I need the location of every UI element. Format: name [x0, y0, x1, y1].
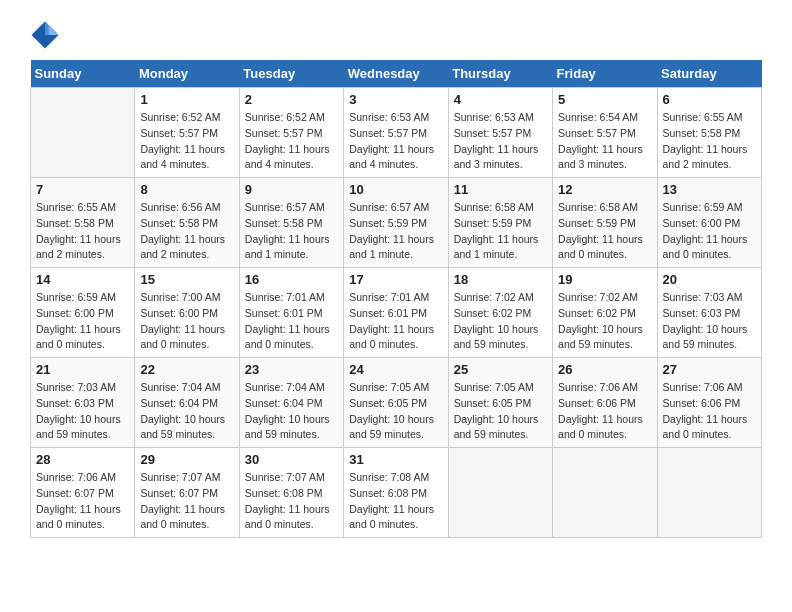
calendar-cell: 11Sunrise: 6:58 AM Sunset: 5:59 PM Dayli…: [448, 178, 552, 268]
day-number: 2: [245, 92, 338, 107]
calendar-day-header: Tuesday: [239, 60, 343, 88]
day-number: 15: [140, 272, 233, 287]
calendar-cell: 16Sunrise: 7:01 AM Sunset: 6:01 PM Dayli…: [239, 268, 343, 358]
day-info: Sunrise: 7:04 AM Sunset: 6:04 PM Dayligh…: [140, 380, 233, 443]
day-info: Sunrise: 6:58 AM Sunset: 5:59 PM Dayligh…: [558, 200, 651, 263]
day-number: 29: [140, 452, 233, 467]
calendar-cell: 17Sunrise: 7:01 AM Sunset: 6:01 PM Dayli…: [344, 268, 448, 358]
day-info: Sunrise: 6:59 AM Sunset: 6:00 PM Dayligh…: [36, 290, 129, 353]
calendar-cell: [448, 448, 552, 538]
day-number: 7: [36, 182, 129, 197]
day-info: Sunrise: 7:02 AM Sunset: 6:02 PM Dayligh…: [454, 290, 547, 353]
calendar-day-header: Friday: [553, 60, 657, 88]
day-info: Sunrise: 7:00 AM Sunset: 6:00 PM Dayligh…: [140, 290, 233, 353]
calendar-cell: 30Sunrise: 7:07 AM Sunset: 6:08 PM Dayli…: [239, 448, 343, 538]
day-info: Sunrise: 6:53 AM Sunset: 5:57 PM Dayligh…: [454, 110, 547, 173]
day-number: 27: [663, 362, 756, 377]
day-info: Sunrise: 7:01 AM Sunset: 6:01 PM Dayligh…: [349, 290, 442, 353]
day-number: 13: [663, 182, 756, 197]
calendar-cell: 13Sunrise: 6:59 AM Sunset: 6:00 PM Dayli…: [657, 178, 761, 268]
day-number: 30: [245, 452, 338, 467]
day-info: Sunrise: 7:05 AM Sunset: 6:05 PM Dayligh…: [349, 380, 442, 443]
page-header: [30, 20, 762, 50]
calendar-cell: 2Sunrise: 6:52 AM Sunset: 5:57 PM Daylig…: [239, 88, 343, 178]
calendar-cell: 29Sunrise: 7:07 AM Sunset: 6:07 PM Dayli…: [135, 448, 239, 538]
day-info: Sunrise: 6:52 AM Sunset: 5:57 PM Dayligh…: [140, 110, 233, 173]
calendar-cell: 31Sunrise: 7:08 AM Sunset: 6:08 PM Dayli…: [344, 448, 448, 538]
calendar-week-row: 1Sunrise: 6:52 AM Sunset: 5:57 PM Daylig…: [31, 88, 762, 178]
day-number: 1: [140, 92, 233, 107]
calendar-day-header: Monday: [135, 60, 239, 88]
calendar-cell: 9Sunrise: 6:57 AM Sunset: 5:58 PM Daylig…: [239, 178, 343, 268]
day-info: Sunrise: 7:03 AM Sunset: 6:03 PM Dayligh…: [663, 290, 756, 353]
day-info: Sunrise: 6:54 AM Sunset: 5:57 PM Dayligh…: [558, 110, 651, 173]
calendar-cell: 1Sunrise: 6:52 AM Sunset: 5:57 PM Daylig…: [135, 88, 239, 178]
day-number: 10: [349, 182, 442, 197]
day-info: Sunrise: 6:58 AM Sunset: 5:59 PM Dayligh…: [454, 200, 547, 263]
day-number: 23: [245, 362, 338, 377]
calendar-table: SundayMondayTuesdayWednesdayThursdayFrid…: [30, 60, 762, 538]
calendar-week-row: 14Sunrise: 6:59 AM Sunset: 6:00 PM Dayli…: [31, 268, 762, 358]
calendar-day-header: Sunday: [31, 60, 135, 88]
day-number: 25: [454, 362, 547, 377]
calendar-week-row: 28Sunrise: 7:06 AM Sunset: 6:07 PM Dayli…: [31, 448, 762, 538]
day-info: Sunrise: 6:55 AM Sunset: 5:58 PM Dayligh…: [36, 200, 129, 263]
day-number: 22: [140, 362, 233, 377]
day-number: 31: [349, 452, 442, 467]
calendar-cell: 8Sunrise: 6:56 AM Sunset: 5:58 PM Daylig…: [135, 178, 239, 268]
calendar-cell: 10Sunrise: 6:57 AM Sunset: 5:59 PM Dayli…: [344, 178, 448, 268]
calendar-week-row: 21Sunrise: 7:03 AM Sunset: 6:03 PM Dayli…: [31, 358, 762, 448]
day-number: 3: [349, 92, 442, 107]
day-info: Sunrise: 7:06 AM Sunset: 6:06 PM Dayligh…: [663, 380, 756, 443]
calendar-week-row: 7Sunrise: 6:55 AM Sunset: 5:58 PM Daylig…: [31, 178, 762, 268]
day-number: 6: [663, 92, 756, 107]
calendar-cell: 19Sunrise: 7:02 AM Sunset: 6:02 PM Dayli…: [553, 268, 657, 358]
day-number: 8: [140, 182, 233, 197]
calendar-cell: 28Sunrise: 7:06 AM Sunset: 6:07 PM Dayli…: [31, 448, 135, 538]
calendar-header-row: SundayMondayTuesdayWednesdayThursdayFrid…: [31, 60, 762, 88]
day-number: 11: [454, 182, 547, 197]
day-number: 24: [349, 362, 442, 377]
calendar-cell: [553, 448, 657, 538]
day-info: Sunrise: 7:08 AM Sunset: 6:08 PM Dayligh…: [349, 470, 442, 533]
calendar-day-header: Thursday: [448, 60, 552, 88]
day-number: 9: [245, 182, 338, 197]
day-number: 28: [36, 452, 129, 467]
calendar-cell: 23Sunrise: 7:04 AM Sunset: 6:04 PM Dayli…: [239, 358, 343, 448]
calendar-cell: 5Sunrise: 6:54 AM Sunset: 5:57 PM Daylig…: [553, 88, 657, 178]
day-number: 16: [245, 272, 338, 287]
calendar-cell: 7Sunrise: 6:55 AM Sunset: 5:58 PM Daylig…: [31, 178, 135, 268]
day-info: Sunrise: 6:57 AM Sunset: 5:58 PM Dayligh…: [245, 200, 338, 263]
calendar-cell: 21Sunrise: 7:03 AM Sunset: 6:03 PM Dayli…: [31, 358, 135, 448]
day-info: Sunrise: 6:53 AM Sunset: 5:57 PM Dayligh…: [349, 110, 442, 173]
calendar-cell: 22Sunrise: 7:04 AM Sunset: 6:04 PM Dayli…: [135, 358, 239, 448]
calendar-cell: 26Sunrise: 7:06 AM Sunset: 6:06 PM Dayli…: [553, 358, 657, 448]
day-number: 17: [349, 272, 442, 287]
logo-icon: [30, 20, 60, 50]
day-number: 21: [36, 362, 129, 377]
day-info: Sunrise: 7:02 AM Sunset: 6:02 PM Dayligh…: [558, 290, 651, 353]
day-number: 19: [558, 272, 651, 287]
logo: [30, 20, 64, 50]
day-number: 14: [36, 272, 129, 287]
calendar-cell: 27Sunrise: 7:06 AM Sunset: 6:06 PM Dayli…: [657, 358, 761, 448]
day-info: Sunrise: 7:06 AM Sunset: 6:07 PM Dayligh…: [36, 470, 129, 533]
day-number: 18: [454, 272, 547, 287]
calendar-cell: 20Sunrise: 7:03 AM Sunset: 6:03 PM Dayli…: [657, 268, 761, 358]
day-info: Sunrise: 7:01 AM Sunset: 6:01 PM Dayligh…: [245, 290, 338, 353]
day-info: Sunrise: 7:03 AM Sunset: 6:03 PM Dayligh…: [36, 380, 129, 443]
day-number: 4: [454, 92, 547, 107]
calendar-cell: 4Sunrise: 6:53 AM Sunset: 5:57 PM Daylig…: [448, 88, 552, 178]
calendar-cell: 18Sunrise: 7:02 AM Sunset: 6:02 PM Dayli…: [448, 268, 552, 358]
day-info: Sunrise: 6:56 AM Sunset: 5:58 PM Dayligh…: [140, 200, 233, 263]
day-info: Sunrise: 6:59 AM Sunset: 6:00 PM Dayligh…: [663, 200, 756, 263]
day-number: 26: [558, 362, 651, 377]
calendar-day-header: Wednesday: [344, 60, 448, 88]
calendar-cell: 14Sunrise: 6:59 AM Sunset: 6:00 PM Dayli…: [31, 268, 135, 358]
calendar-day-header: Saturday: [657, 60, 761, 88]
calendar-cell: 12Sunrise: 6:58 AM Sunset: 5:59 PM Dayli…: [553, 178, 657, 268]
calendar-cell: 15Sunrise: 7:00 AM Sunset: 6:00 PM Dayli…: [135, 268, 239, 358]
day-info: Sunrise: 7:07 AM Sunset: 6:08 PM Dayligh…: [245, 470, 338, 533]
calendar-cell: [657, 448, 761, 538]
day-info: Sunrise: 6:55 AM Sunset: 5:58 PM Dayligh…: [663, 110, 756, 173]
